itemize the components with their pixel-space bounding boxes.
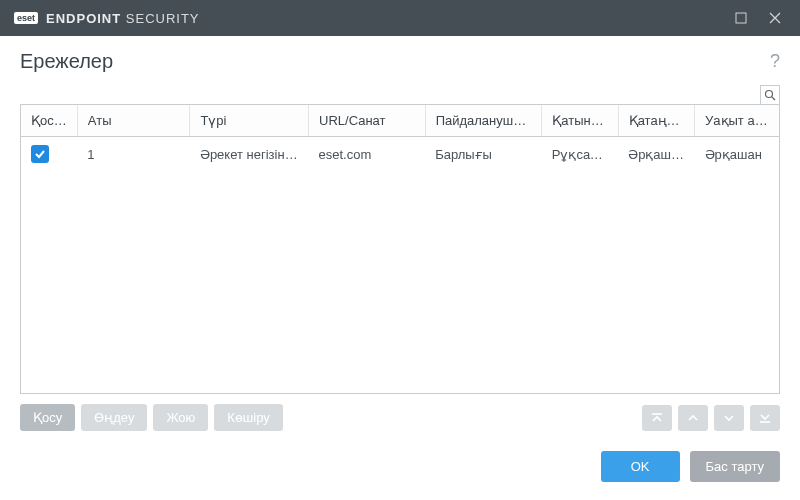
close-button[interactable] <box>758 4 792 32</box>
minimize-button[interactable] <box>724 4 758 32</box>
table-row[interactable]: 1 Әрекет негізінде ... eset.com Барлығы … <box>21 137 779 172</box>
dialog: Ережелер ? Қосыл... Аты Түрі URL/Санат П… <box>0 36 800 500</box>
chevron-bottom-icon <box>758 412 772 424</box>
page-title: Ережелер <box>20 50 113 73</box>
table-header-row: Қосыл... Аты Түрі URL/Санат Пайдаланушыл… <box>21 105 779 137</box>
svg-point-1 <box>766 91 773 98</box>
dialog-header: Ережелер ? <box>20 50 780 73</box>
cell-severity: Әрқашан <box>618 137 694 172</box>
cancel-button[interactable]: Бас тарту <box>690 451 780 482</box>
edit-button[interactable]: Өңдеу <box>81 404 147 431</box>
row-enabled-checkbox[interactable] <box>31 145 49 163</box>
close-icon <box>769 12 781 24</box>
chevron-up-icon <box>686 412 700 424</box>
move-up-button[interactable] <box>678 405 708 431</box>
col-time[interactable]: Уақыт ара... <box>695 105 779 137</box>
help-button[interactable]: ? <box>770 51 780 72</box>
col-enabled[interactable]: Қосыл... <box>21 105 77 137</box>
col-access[interactable]: Қатынасу ... <box>542 105 618 137</box>
brand-text-light: SECURITY <box>126 11 200 26</box>
col-url[interactable]: URL/Санат <box>309 105 426 137</box>
move-top-button[interactable] <box>642 405 672 431</box>
brand-badge: eset <box>14 12 38 24</box>
titlebar: eset ENDPOINT SECURITY <box>0 0 800 36</box>
rules-table: Қосыл... Аты Түрі URL/Санат Пайдаланушыл… <box>20 104 780 394</box>
move-bottom-button[interactable] <box>750 405 780 431</box>
brand-text-bold: ENDPOINT <box>46 11 121 26</box>
move-down-button[interactable] <box>714 405 744 431</box>
cell-name: 1 <box>77 137 190 172</box>
copy-button[interactable]: Көшіру <box>214 404 282 431</box>
col-name[interactable]: Аты <box>77 105 190 137</box>
brand: eset ENDPOINT SECURITY <box>14 11 200 26</box>
cell-url: eset.com <box>309 137 426 172</box>
ok-button[interactable]: OK <box>601 451 680 482</box>
col-users[interactable]: Пайдаланушылар <box>425 105 542 137</box>
cell-users: Барлығы <box>425 137 542 172</box>
search-icon <box>764 89 776 101</box>
minimize-icon <box>735 12 747 24</box>
col-type[interactable]: Түрі <box>190 105 309 137</box>
add-button[interactable]: Қосу <box>20 404 75 431</box>
rules-toolbar: Қосу Өңдеу Жою Көшіру <box>20 404 780 431</box>
cell-type: Әрекет негізінде ... <box>190 137 309 172</box>
brand-text: ENDPOINT SECURITY <box>46 11 200 26</box>
chevron-down-icon <box>722 412 736 424</box>
cell-time: Әрқашан <box>695 137 779 172</box>
chevron-top-icon <box>650 412 664 424</box>
dialog-footer: OK Бас тарту <box>20 433 780 482</box>
cell-access: Рұқсат ету <box>542 137 618 172</box>
search-button[interactable] <box>760 85 780 105</box>
col-severity[interactable]: Қатаңдық <box>618 105 694 137</box>
delete-button[interactable]: Жою <box>153 404 208 431</box>
check-icon <box>34 148 46 160</box>
search-row <box>20 85 780 104</box>
svg-rect-0 <box>736 13 746 23</box>
